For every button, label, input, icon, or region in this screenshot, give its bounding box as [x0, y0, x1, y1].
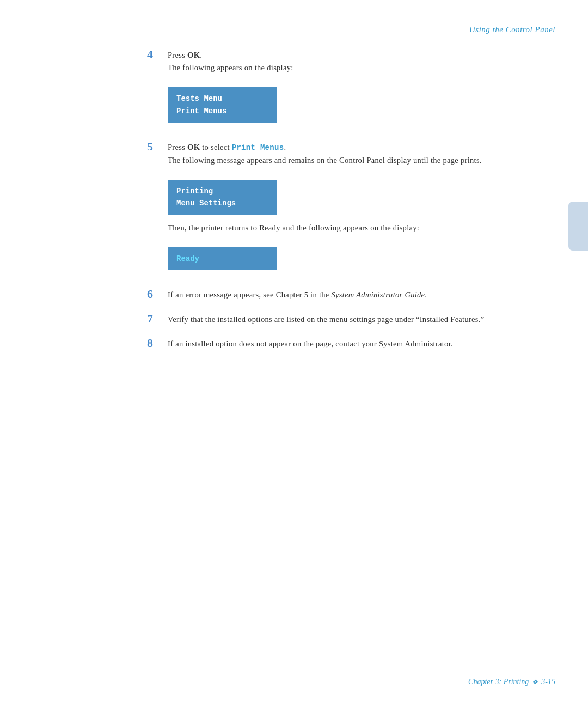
step-7-content: Verify that the installed options are li…: [168, 313, 544, 326]
step-5: 5 Press OK to select Print Menus. The fo…: [147, 141, 544, 277]
step-number-7: 7: [147, 312, 168, 326]
step-8-content: If an installed option does not appear o…: [168, 338, 544, 350]
step-4-content: Press OK. The following appears on the d…: [168, 49, 544, 129]
page-header-title: Using the Control Panel: [469, 25, 555, 34]
step-7-text: Verify that the installed options are li…: [168, 313, 544, 326]
step-6-text: If an error message appears, see Chapter…: [168, 289, 544, 301]
step-4-display-line1: Tests Menu: [176, 93, 268, 105]
step-7: 7 Verify that the installed options are …: [147, 313, 544, 326]
footer-diamond: ❖: [532, 678, 538, 686]
step-5-ok: OK: [187, 143, 200, 151]
chapter-tab: [568, 202, 588, 251]
footer-page: 3-15: [541, 678, 555, 686]
step-5-ready-text: Ready: [176, 253, 268, 265]
step-5-content: Press OK to select Print Menus. The foll…: [168, 141, 544, 277]
step-5-display-line2: Menu Settings: [176, 197, 268, 209]
step-4-body: The following appears on the display:: [168, 62, 544, 74]
step-5-body2: Then, the printer returns to Ready and t…: [168, 222, 544, 234]
step-5-intro: Press OK to select Print Menus.: [168, 141, 544, 154]
step-4-display-line2: Print Menus: [176, 105, 268, 117]
step-8-text: If an installed option does not appear o…: [168, 338, 544, 350]
step-number-8: 8: [147, 336, 168, 350]
step-5-display-ready: Ready: [168, 247, 277, 270]
content-area: 4 Press OK. The following appears on the…: [147, 49, 544, 662]
step-number-6: 6: [147, 287, 168, 301]
step-6: 6 If an error message appears, see Chapt…: [147, 289, 544, 301]
step-5-body1: The following message appears and remain…: [168, 154, 544, 167]
step-4-ok: OK: [187, 51, 200, 59]
page-footer: Chapter 3: Printing ❖ 3-15: [468, 678, 555, 686]
footer-chapter: Chapter 3: Printing: [468, 678, 529, 686]
step-4-intro: Press OK.: [168, 49, 544, 62]
step-6-content: If an error message appears, see Chapter…: [168, 289, 544, 301]
step-8: 8 If an installed option does not appear…: [147, 338, 544, 350]
step-5-display-line1: Printing: [176, 185, 268, 197]
step-number-4: 4: [147, 47, 168, 62]
step-5-print-menus: Print Menus: [232, 143, 284, 152]
step-number-5: 5: [147, 139, 168, 154]
step-6-guide: System Administrator Guide: [331, 290, 425, 299]
step-5-display: Printing Menu Settings: [168, 180, 277, 215]
step-4-display: Tests Menu Print Menus: [168, 87, 277, 123]
step-4: 4 Press OK. The following appears on the…: [147, 49, 544, 129]
